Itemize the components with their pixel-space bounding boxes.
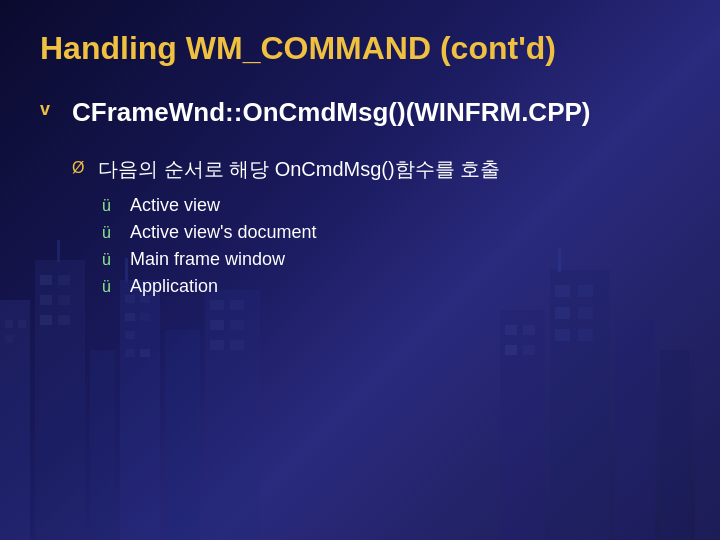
svg-rect-40 [615, 320, 655, 540]
svg-rect-31 [505, 345, 517, 355]
svg-rect-41 [660, 350, 690, 540]
svg-rect-27 [230, 340, 244, 350]
svg-rect-3 [5, 335, 13, 343]
sub-section: Ø 다음의 순서로 해당 OnCmdMsg()함수를 호출 üActive vi… [72, 156, 680, 297]
sub-text: 다음의 순서로 해당 OnCmdMsg()함수를 호출 [98, 156, 500, 183]
svg-rect-38 [555, 329, 570, 341]
check-text: Active view [130, 195, 220, 216]
svg-rect-26 [210, 340, 224, 350]
check-marker: ü [102, 197, 120, 215]
check-text: Main frame window [130, 249, 285, 270]
check-item: üMain frame window [102, 249, 680, 270]
svg-rect-42 [695, 300, 720, 540]
svg-rect-0 [0, 300, 30, 540]
svg-rect-19 [140, 349, 150, 357]
function-title: CFrameWnd::OnCmdMsg()(WINFRM.CPP) [72, 97, 591, 128]
v-marker: v [40, 99, 60, 120]
check-marker: ü [102, 278, 120, 296]
check-marker: ü [102, 224, 120, 242]
slide-content: Handling WM_COMMAND (cont'd) v CFrameWnd… [0, 0, 720, 327]
check-marker: ü [102, 251, 120, 269]
svg-rect-18 [125, 349, 135, 357]
check-item: üActive view [102, 195, 680, 216]
svg-rect-28 [500, 310, 545, 540]
check-text: Application [130, 276, 218, 297]
svg-rect-20 [165, 330, 200, 540]
arrow-bullet: Ø 다음의 순서로 해당 OnCmdMsg()함수를 호출 [72, 156, 680, 183]
arrow-marker: Ø [72, 159, 88, 177]
svg-rect-39 [578, 329, 593, 341]
check-item: üActive view's document [102, 222, 680, 243]
main-bullet: v CFrameWnd::OnCmdMsg()(WINFRM.CPP) [40, 97, 680, 128]
svg-rect-32 [523, 345, 535, 355]
slide-title: Handling WM_COMMAND (cont'd) [40, 30, 680, 67]
svg-rect-17 [125, 331, 135, 339]
check-item: üApplication [102, 276, 680, 297]
svg-rect-11 [90, 350, 115, 540]
check-text: Active view's document [130, 222, 317, 243]
main-section: v CFrameWnd::OnCmdMsg()(WINFRM.CPP) Ø 다음… [40, 97, 680, 297]
checklist: üActive viewüActive view's documentüMain… [102, 195, 680, 297]
